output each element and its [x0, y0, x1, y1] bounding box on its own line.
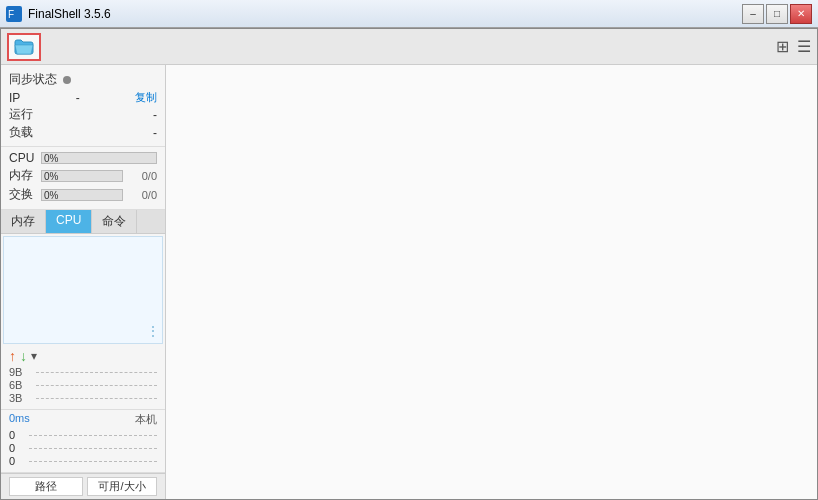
net-arrows: ↑ ↓ ▾: [9, 348, 37, 364]
tab-bar: 内存 CPU 命令: [1, 210, 165, 234]
left-panel: 同步状态 IP - 复制 运行 - 负载 -: [1, 65, 166, 499]
tab-cpu[interactable]: CPU: [46, 210, 92, 233]
ping-header: 0ms 本机: [9, 412, 157, 427]
open-folder-button[interactable]: [7, 33, 41, 61]
run-value: -: [153, 108, 157, 122]
ip-value: -: [76, 91, 80, 105]
app-title: FinalShell 3.5.6: [28, 7, 111, 21]
toolbar-left: [7, 33, 41, 61]
main-window: ⊞ ☰ 同步状态 IP - 复制 运行 -: [0, 28, 818, 500]
mem-bar-text: 0%: [44, 171, 58, 183]
title-bar-controls: – □ ✕: [742, 4, 812, 24]
app-icon: F: [6, 6, 22, 22]
ip-label: IP: [9, 91, 20, 105]
load-label: 负载: [9, 124, 33, 141]
folder-icon: [14, 39, 34, 55]
run-label: 运行: [9, 106, 33, 123]
ping-time-label: 0ms: [9, 412, 30, 427]
mem-bar: 0%: [41, 170, 123, 182]
upload-icon: ↑: [9, 348, 16, 364]
copy-button[interactable]: 复制: [135, 90, 157, 105]
swap-label: 交换: [9, 186, 37, 203]
tab-command[interactable]: 命令: [92, 210, 137, 233]
ping-dashed-0: [29, 435, 157, 436]
metrics-section: CPU 0% 内存 0% 0/0 交换: [1, 147, 165, 210]
net-3b-line: [36, 398, 157, 399]
toolbar: ⊞ ☰: [1, 29, 817, 65]
status-dot: [63, 76, 71, 84]
ping-row-2: 0: [9, 455, 157, 467]
ping-row-1: 0: [9, 442, 157, 454]
net-6b-label: 6B: [9, 379, 34, 391]
network-section: ↑ ↓ ▾ 9B 6B 3B: [1, 346, 165, 410]
ping-row-0: 0: [9, 429, 157, 441]
tab-content-divider: ⋮: [146, 323, 160, 339]
net-6b-row: 6B: [9, 379, 157, 391]
ping-val-1: 0: [9, 442, 29, 454]
content-area: 同步状态 IP - 复制 运行 - 负载 -: [1, 65, 817, 499]
load-value: -: [153, 126, 157, 140]
run-row: 运行 -: [9, 106, 157, 123]
mem-extra: 0/0: [127, 170, 157, 182]
sync-status-label: 同步状态: [9, 71, 57, 88]
close-button[interactable]: ✕: [790, 4, 812, 24]
swap-extra: 0/0: [127, 189, 157, 201]
cpu-bar-text: 0%: [44, 153, 58, 165]
mem-metric-row: 内存 0% 0/0: [9, 167, 157, 184]
tab-memory[interactable]: 内存: [1, 210, 46, 233]
cpu-label: CPU: [9, 151, 37, 165]
net-header: ↑ ↓ ▾: [9, 348, 157, 364]
net-9b-line: [36, 372, 157, 373]
swap-bar-text: 0%: [44, 190, 58, 202]
toolbar-right: ⊞ ☰: [776, 37, 811, 56]
status-section: 同步状态 IP - 复制 运行 - 负载 -: [1, 65, 165, 147]
swap-metric-row: 交换 0% 0/0: [9, 186, 157, 203]
net-6b-line: [36, 385, 157, 386]
ping-val-0: 0: [9, 429, 29, 441]
ping-dashed-2: [29, 461, 157, 462]
swap-bar: 0%: [41, 189, 123, 201]
ping-val-2: 0: [9, 455, 29, 467]
net-9b-row: 9B: [9, 366, 157, 378]
cpu-metric-row: CPU 0%: [9, 151, 157, 165]
net-3b-label: 3B: [9, 392, 34, 404]
grid-view-icon[interactable]: ⊞: [776, 37, 789, 56]
mem-label: 内存: [9, 167, 37, 184]
ip-row: IP - 复制: [9, 90, 157, 105]
ping-local-label: 本机: [135, 412, 157, 427]
file-size-col: 可用/大小: [87, 477, 157, 496]
cpu-bar: 0%: [41, 152, 157, 164]
sync-status-row: 同步状态: [9, 71, 157, 88]
file-table-header: 路径 可用/大小: [1, 473, 165, 499]
maximize-button[interactable]: □: [766, 4, 788, 24]
load-row: 负载 -: [9, 124, 157, 141]
file-path-col: 路径: [9, 477, 83, 496]
net-9b-label: 9B: [9, 366, 34, 378]
title-bar: F FinalShell 3.5.6 – □ ✕: [0, 0, 818, 28]
menu-icon[interactable]: ☰: [797, 37, 811, 56]
svg-text:F: F: [8, 9, 14, 20]
dropdown-icon[interactable]: ▾: [31, 349, 37, 363]
minimize-button[interactable]: –: [742, 4, 764, 24]
download-icon: ↓: [20, 348, 27, 364]
title-bar-left: F FinalShell 3.5.6: [6, 6, 111, 22]
ping-section: 0ms 本机 0 0 0: [1, 410, 165, 473]
ping-dashed-1: [29, 448, 157, 449]
tab-content-area: ⋮: [3, 236, 163, 344]
right-panel: [166, 65, 817, 499]
net-3b-row: 3B: [9, 392, 157, 404]
